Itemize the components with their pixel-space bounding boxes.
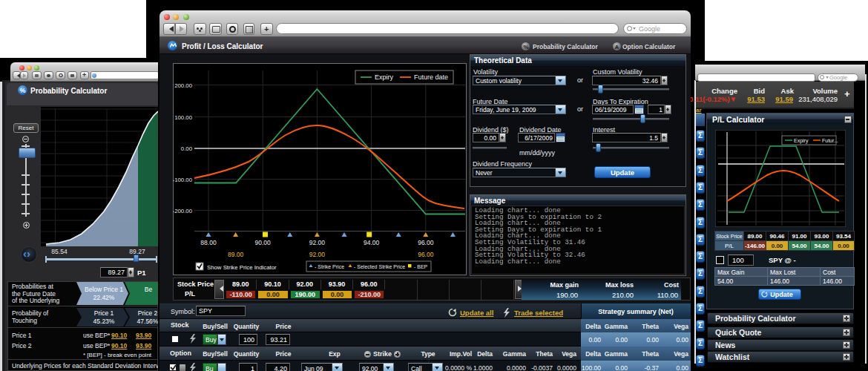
svg-text:- BEP: - BEP bbox=[414, 264, 428, 269]
svg-text:92.00: 92.00 bbox=[309, 239, 326, 246]
svg-text:89.00: 89.00 bbox=[228, 251, 244, 258]
svg-text:-100.00: -100.00 bbox=[173, 177, 193, 183]
svg-text:Below Price 1: Below Price 1 bbox=[85, 286, 123, 293]
svg-text:Expiry: Expiry bbox=[794, 138, 809, 144]
svg-text:85.54: 85.54 bbox=[51, 248, 68, 255]
svg-text:88.00: 88.00 bbox=[200, 239, 217, 246]
svg-text:Price 2: Price 2 bbox=[138, 309, 158, 317]
svg-text:0.00: 0.00 bbox=[181, 145, 193, 152]
svg-text:96.00: 96.00 bbox=[418, 239, 434, 246]
svg-text:Future date: Future date bbox=[414, 73, 448, 81]
svg-text:92.00: 92.00 bbox=[309, 251, 326, 258]
svg-text:Futur...: Futur... bbox=[822, 138, 838, 143]
svg-text:94.00: 94.00 bbox=[364, 239, 380, 246]
svg-text:- Selected Strike Price: - Selected Strike Price bbox=[354, 264, 405, 269]
svg-text:Be: Be bbox=[145, 286, 153, 293]
svg-text:22.42%: 22.42% bbox=[93, 294, 115, 301]
svg-text:Expiry: Expiry bbox=[375, 73, 394, 81]
svg-text:96.00: 96.00 bbox=[418, 251, 434, 258]
svg-text:47.56%: 47.56% bbox=[137, 318, 158, 325]
svg-text:200.00: 200.00 bbox=[174, 82, 193, 89]
svg-text:90.00: 90.00 bbox=[255, 239, 272, 246]
svg-text:-200.00: -200.00 bbox=[173, 208, 193, 214]
svg-text:100.00: 100.00 bbox=[174, 114, 193, 121]
svg-text:Show Strike Price Indicator: Show Strike Price Indicator bbox=[207, 264, 277, 271]
svg-text:45.23%: 45.23% bbox=[93, 318, 115, 325]
svg-text:Price 1: Price 1 bbox=[94, 309, 114, 317]
svg-text:- Strike Price: - Strike Price bbox=[315, 264, 344, 269]
